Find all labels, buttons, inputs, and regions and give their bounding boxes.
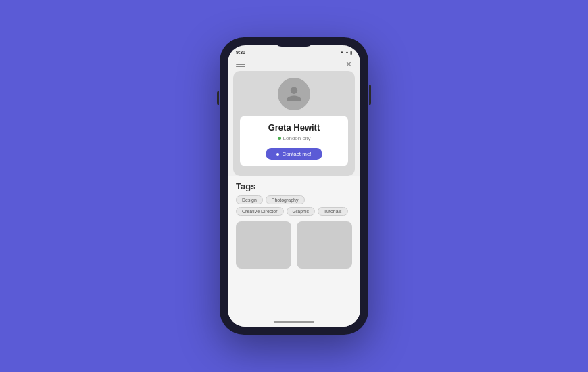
top-bar: ✕: [228, 57, 360, 71]
wifi-icon: ▾: [346, 50, 348, 55]
tags-heading: Tags: [236, 181, 352, 191]
contact-btn-dot: [276, 153, 279, 156]
location-dot: [278, 137, 281, 140]
close-icon[interactable]: ✕: [345, 60, 352, 68]
tags-row: Design Photography Creative Director Gra…: [236, 195, 352, 216]
phone-mockup: 9:30 ▲ ▾ ▮ ✕: [220, 37, 368, 335]
profile-area: Greta Hewitt London city Contact me!: [233, 71, 355, 176]
profile-location: London city: [278, 135, 311, 141]
home-indicator: [274, 321, 314, 323]
phone-frame: 9:30 ▲ ▾ ▮ ✕: [220, 37, 368, 335]
content-area: Tags Design Photography Creative Directo…: [228, 176, 360, 327]
signal-icon: ▲: [340, 50, 344, 54]
tags-section: Tags Design Photography Creative Directo…: [236, 181, 352, 216]
avatar-icon: [285, 85, 303, 103]
location-text: London city: [283, 135, 311, 141]
volume-button: [217, 91, 219, 105]
tag-chip[interactable]: Graphic: [287, 207, 316, 216]
avatar: [278, 78, 310, 110]
power-button: [369, 85, 371, 105]
notch: [274, 37, 314, 47]
status-icons: ▲ ▾ ▮: [340, 50, 352, 55]
tag-chip[interactable]: Design: [236, 195, 263, 204]
battery-icon: ▮: [350, 50, 352, 55]
profile-card: Greta Hewitt London city Contact me!: [240, 116, 348, 166]
image-placeholder-1: [236, 221, 291, 269]
contact-btn-label: Contact me!: [282, 151, 311, 157]
image-grid: [236, 221, 352, 269]
status-time: 9:30: [236, 50, 245, 55]
status-bar: 9:30 ▲ ▾ ▮: [228, 45, 360, 57]
profile-name: Greta Hewitt: [268, 122, 320, 133]
tag-chip[interactable]: Tutorials: [318, 207, 348, 216]
tag-chip[interactable]: Creative Director: [236, 207, 284, 216]
contact-button[interactable]: Contact me!: [266, 148, 322, 160]
phone-screen: 9:30 ▲ ▾ ▮ ✕: [228, 45, 360, 327]
image-placeholder-2: [297, 221, 352, 269]
hamburger-line-2: [236, 64, 245, 65]
hamburger-line-3: [236, 66, 245, 68]
tag-chip[interactable]: Photography: [266, 195, 305, 204]
hamburger-icon[interactable]: [236, 62, 245, 68]
hamburger-line-1: [236, 62, 245, 63]
